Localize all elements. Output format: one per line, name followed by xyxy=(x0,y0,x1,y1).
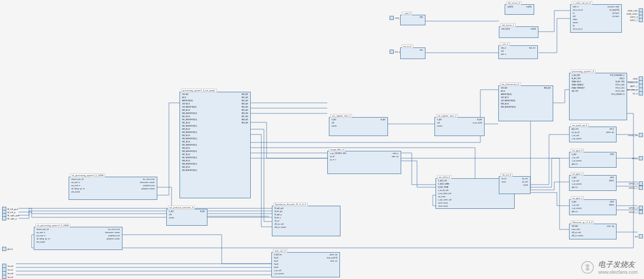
block-title: rst_processing_system7_0_100M xyxy=(70,174,105,177)
ports-right: dout xyxy=(419,48,424,53)
ports-left: S00_AXIACLKARESETN[0:0]S00_ACLKS00_ARESE… xyxy=(500,86,517,110)
extport-Vaux9[interactable]: Vaux9 xyxy=(2,275,13,279)
ports-left: S_AXIaclkaresetn xyxy=(330,118,338,129)
ports-right: video_invideo_out xyxy=(391,151,400,159)
ports-right: sonar_trig xyxy=(606,224,615,229)
block-xadc[interactable]: xadc_wiz_0S_AXI_LiteVaux0Vaux1Vaux8Vaux9… xyxy=(271,252,340,277)
ports-right xyxy=(337,206,339,209)
extport-label: IIC_0 xyxy=(632,92,638,95)
block-i_vdd[interactable]: i_vdd_0VDD xyxy=(400,15,425,25)
extport-GPIO_1[interactable]: GPIO_1 xyxy=(630,18,643,22)
ports-left: data_inlrclkbclk_in xyxy=(500,46,507,57)
ports-left: S_AXI_HP0M_AXI_GP0DMA0_ACLKDMA0_DAVALIDD… xyxy=(571,73,586,94)
block-image_filter[interactable]: image_filter_0s_axi_CONTROL_BUSap_clkap_… xyxy=(327,151,401,174)
extport-GPIO2_0[interactable]: GPIO2_0 xyxy=(629,206,643,210)
extport-label: GPIO2_0 xyxy=(629,207,638,209)
block-title: processing_system7_0_axi_periph xyxy=(181,89,217,92)
ports-left: S_AXI_LITES_AXIS_S2MMM_AXI_S2MMs_axi_lit… xyxy=(437,179,452,209)
ports-left: S_AXI_LiteVaux0Vaux1Vaux8Vaux9s_axi_aclk… xyxy=(273,253,285,276)
ports-left: AXI_LITEext_spi_clks_axi_aclks_axi_arese… xyxy=(571,127,583,141)
ports-right: bus_struct_resetinterconnect_aresetnperi… xyxy=(104,227,121,242)
block-gpio1[interactable]: axi_gpio_1S_AXIs_axi_aclks_axi_aresetngp… xyxy=(569,175,617,191)
ports-left: S_AXIaclkaresetn xyxy=(168,209,175,220)
ports-left: clk_in1resetn xyxy=(500,177,507,185)
ports-right: GPIOGPIO2 xyxy=(608,200,615,208)
block-i2s_out[interactable]: i_i2s_0data_inlrclkbclk_indata_out xyxy=(498,45,538,59)
block-title: axi_protocol_converter_0 xyxy=(168,206,195,209)
block-title: Quadrature_Encoder_IP_v1_0_0 xyxy=(273,203,308,206)
ports-right: bus_struct_resetinterconnect_aresetnperi… xyxy=(139,177,156,191)
ports-left: op1[0:0] xyxy=(506,5,514,9)
extport-ACLK[interactable]: ACLK xyxy=(2,247,13,251)
block-title: axi_register_slice_2 xyxy=(436,114,458,118)
block-i_in[interactable]: axi_iis_0dout xyxy=(400,47,425,59)
extport-GPIO1_1[interactable]: GPIO1_1 xyxy=(629,186,643,190)
extport-IIC_0[interactable]: IIC_0 xyxy=(632,91,643,95)
block-title: rst_processing_system7_0_100M xyxy=(35,224,70,227)
ports-right: GPIO xyxy=(609,152,615,157)
block-ps7[interactable]: processing_system7_0S_AXI_HP0M_AXI_GP0DM… xyxy=(569,73,627,120)
ports-right: res[0:0] xyxy=(529,27,537,32)
extport-label: GPIO2_1 xyxy=(629,211,638,214)
ports-right: clk_out1clk_out2locked xyxy=(521,177,529,188)
block-title: image_filter_0 xyxy=(329,148,345,151)
block-title: axi_gpio_0 xyxy=(571,149,584,152)
block-title: i_vdd_0 xyxy=(402,12,412,15)
block-util_vec2[interactable]: util_vector_0op1[0:0]res[0:0] xyxy=(505,4,534,15)
block-axi_pc[interactable]: axi_protocol_converter_0S_AXIaclkaresetn… xyxy=(166,209,207,226)
block-title: v_axi4s_vid_out_0 xyxy=(572,1,592,5)
extport-SPI_0[interactable]: SPI_0 xyxy=(632,156,643,160)
block-qenc[interactable]: Quadrature_Encoder_IP_v1_0_0M_right_gndM… xyxy=(272,206,340,236)
block-ps_axi[interactable]: processing_system7_0_axi_periphS00_AXIAC… xyxy=(179,92,251,198)
ports-right: data_out xyxy=(528,46,536,51)
block-title: util_vector_0 xyxy=(506,1,522,5)
block-util_vec[interactable]: util_vector_1din0_in[0:0]res[0:0] xyxy=(499,26,538,38)
block-axi_reg1[interactable]: axi_register_slice_1S_AXIaclkaresetnM_AX… xyxy=(329,117,388,136)
extport-label: UART_1 xyxy=(630,85,638,88)
ports-left: S00_AXIACLKARESETN[0:0]S00_ACLKS00_ARESE… xyxy=(181,92,198,173)
ports-right: M_AXIm_axi_wvalid xyxy=(471,118,483,126)
block-ultra[interactable]: Ultrasonic_ip_v1_0_0S00_AXIsonar_echos00… xyxy=(569,224,617,239)
ports-left: slowest_sync_clkext_reset_inaux_reset_in… xyxy=(35,227,51,245)
block-gpio0[interactable]: axi_gpio_0S_AXIs_axi_aclks_axi_aresetngp… xyxy=(569,152,617,168)
extport-GPIO1_0[interactable]: GPIO1_0 xyxy=(629,181,643,186)
ports-left: M_right_gndM_left_gndM_right_pM_left_pcl… xyxy=(273,206,287,230)
ports-left: din0_in[0:0] xyxy=(500,27,511,32)
extport-led[interactable]: led xyxy=(635,234,643,238)
ports-right: GPIOGPIO2 xyxy=(608,176,615,184)
block-axi_reg2[interactable]: axi_register_slice_2S_AXIaclkaresetnM_AX… xyxy=(434,117,485,136)
extport-label: sonar_out xyxy=(628,134,638,137)
watermark-text: 电子发烧友 xyxy=(598,260,635,268)
extport-label: Vaux8 xyxy=(7,272,13,275)
block-title: axi_interconnect_0 xyxy=(500,82,521,86)
ports-right: VDD xyxy=(419,15,424,20)
ports-left xyxy=(402,15,404,18)
extport-label: GPIO1_1 xyxy=(629,187,638,189)
extport-label: FIXED_IO xyxy=(628,81,638,84)
ports-left: S_AXIs_axi_aclks_axi_aresetngpio_io_i xyxy=(571,176,583,190)
block-clkwiz[interactable]: clk_wiz_0clk_in1resetnclk_out1clk_out2lo… xyxy=(499,176,531,194)
block-rst0[interactable]: rst_processing_system7_0_100Mslowest_syn… xyxy=(69,177,157,200)
block-title: clk_wiz_0 xyxy=(500,173,513,177)
ports-left: s_axi_CONTROL_BUSap_clkap_rst_n xyxy=(329,151,347,162)
ports-left: S_AXIs_axi_aclks_axi_aresetngpio_io_i xyxy=(571,152,583,167)
ports-right: M_AXI xyxy=(199,209,206,214)
block-title: axi_gpio_2 xyxy=(571,196,584,200)
block-title: processing_system7_0 xyxy=(571,70,595,73)
ports-left xyxy=(402,48,404,51)
extport-GPIO2_1[interactable]: GPIO2_1 xyxy=(629,210,643,214)
ports-right: M00_AXI xyxy=(543,86,552,91)
ports-right: SPI_0ip2intc_irpt xyxy=(605,127,615,135)
block-v_axi4s_vid_out[interactable]: v_axi4s_vid_out_0video_invid_io_out_clkr… xyxy=(570,4,622,33)
block-gpio2[interactable]: axi_gpio_2S_AXIs_axi_aclks_axi_aresetngp… xyxy=(569,199,617,215)
block-axi_spi[interactable]: axi_quad_spi_0AXI_LITEext_spi_clks_axi_a… xyxy=(569,127,617,142)
watermark: 电子发烧友 www.elecfans.com xyxy=(580,260,638,275)
extport-label: Vaux1 xyxy=(7,268,13,271)
extport-label: Vaux0 xyxy=(7,265,13,267)
extport-M_right_p[interactable]: M_right_p xyxy=(2,216,17,220)
block-axi_ic[interactable]: axi_interconnect_0S00_AXIACLKARESETN[0:0… xyxy=(498,85,553,121)
block-rst1[interactable]: rst_processing_system7_0_100Mslowest_syn… xyxy=(34,227,122,250)
block-title: axi_quad_spi_0 xyxy=(571,123,589,127)
ports-left: S_AXIs_axi_aclks_axi_aresetngpio_io_i xyxy=(571,200,583,214)
extport-sonar_out[interactable]: sonar_out xyxy=(628,133,643,137)
